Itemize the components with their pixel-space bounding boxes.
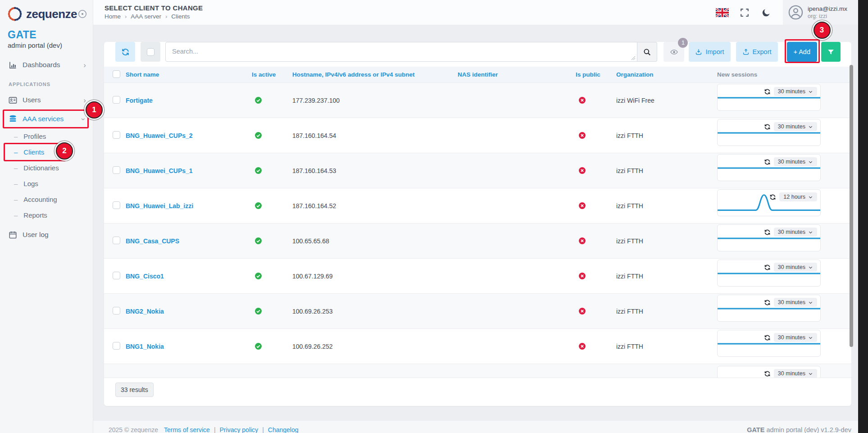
header-checkbox[interactable]	[113, 70, 120, 78]
sidebar-item-accounting[interactable]: – Accounting	[0, 191, 93, 207]
period-select[interactable]: 30 minutes	[774, 157, 817, 166]
row-checkbox[interactable]	[113, 307, 120, 314]
scrollbar-thumb[interactable]	[850, 65, 853, 347]
client-name-link[interactable]: Fortigate	[126, 97, 153, 104]
refresh-icon[interactable]	[764, 229, 771, 236]
period-select[interactable]: 30 minutes	[774, 87, 817, 96]
user-menu[interactable]: ipena@izzi.mx org: izzi	[783, 0, 858, 25]
check-circle-icon	[254, 272, 262, 280]
link-separator: |	[214, 426, 216, 433]
submenu-dash: –	[14, 148, 18, 156]
hostname: 100.69.26.252	[292, 343, 458, 350]
table-row: BNG_Casa_CUPS 100.65.65.68 izzi FTTH	[104, 223, 851, 259]
column-header-is-public[interactable]: Is public	[576, 71, 616, 78]
row-checkbox[interactable]	[113, 96, 120, 104]
period-value: 30 minutes	[778, 88, 805, 95]
period-value: 30 minutes	[778, 264, 805, 270]
column-header-short-name[interactable]: Short name	[126, 71, 252, 78]
column-header-nas-identifier[interactable]: NAS identifier	[458, 71, 576, 78]
toolbar: 1 Import Export	[115, 42, 841, 62]
sidebar-item-dashboards[interactable]: Dashboards ›	[0, 55, 93, 74]
row-checkbox[interactable]	[113, 201, 120, 209]
period-select[interactable]: 30 minutes	[774, 228, 817, 237]
check-circle-icon	[254, 96, 262, 104]
visibility-button[interactable]: 1	[663, 42, 684, 62]
organization: izzi FTTH	[616, 308, 717, 315]
sidebar-item-reports[interactable]: – Reports	[0, 207, 93, 223]
content-area: 1 Import Export	[93, 25, 858, 406]
add-label: + Add	[794, 48, 811, 55]
breadcrumb-home[interactable]: Home	[105, 13, 121, 20]
client-name-link[interactable]: BNG_Huawei_CUPs_1	[126, 167, 193, 174]
refresh-icon[interactable]	[764, 334, 771, 341]
add-button[interactable]: + Add 3	[787, 42, 818, 62]
refresh-icon[interactable]	[769, 194, 776, 201]
breadcrumb-aaa-server[interactable]: AAA server	[131, 13, 161, 20]
sidebar-item-logs[interactable]: – Logs	[0, 176, 93, 191]
row-checkbox[interactable]	[113, 272, 120, 279]
changelog-link[interactable]: Changelog	[268, 426, 299, 433]
refresh-icon[interactable]	[764, 159, 771, 165]
app-title-block: GATE admin portal (dev)	[0, 23, 93, 49]
chevron-down-icon	[808, 335, 813, 340]
dark-mode-moon-icon[interactable]	[761, 8, 771, 18]
chevron-right-icon: ›	[83, 61, 86, 69]
x-circle-icon	[578, 307, 586, 315]
refresh-icon[interactable]	[764, 88, 771, 95]
filter-button[interactable]	[821, 42, 841, 62]
x-circle-icon	[578, 272, 586, 280]
client-name-link[interactable]: BNG_Huawei_CUPs_2	[126, 132, 193, 139]
client-name-link[interactable]: BNG1_Nokia	[126, 343, 164, 350]
column-header-hostname[interactable]: Hostname, IPv4/v6 address or IPv4 subnet	[292, 71, 458, 78]
sidebar-item-label: Logs	[23, 180, 38, 187]
search-input[interactable]	[165, 42, 637, 62]
column-header-organization[interactable]: Organization	[616, 71, 717, 78]
period-select[interactable]: 30 minutes	[774, 122, 817, 131]
terms-link[interactable]: Terms of service	[164, 426, 210, 433]
row-checkbox[interactable]	[113, 237, 120, 244]
period-value: 30 minutes	[778, 370, 805, 377]
sidebar-item-profiles[interactable]: – Profiles	[0, 128, 93, 144]
sidebar-item-aaa-services[interactable]: AAA services › 1	[0, 109, 93, 128]
row-checkbox[interactable]	[113, 342, 120, 350]
client-name-link[interactable]: BNG_Cisco1	[126, 273, 164, 280]
sidebar-item-dictionaries[interactable]: – Dictionaries	[0, 160, 93, 176]
user-org: org: izzi	[808, 13, 847, 19]
refresh-button[interactable]	[115, 42, 135, 62]
refresh-icon[interactable]	[764, 299, 771, 306]
refresh-icon[interactable]	[764, 123, 771, 130]
refresh-icon[interactable]	[764, 264, 771, 271]
new-sessions-widget: 30 minutes	[717, 260, 821, 287]
fullscreen-icon[interactable]	[740, 8, 750, 18]
language-flag-icon[interactable]	[716, 8, 729, 17]
period-select[interactable]: 12 hours	[779, 192, 817, 201]
column-header-is-active[interactable]: Is active	[252, 71, 292, 78]
period-select[interactable]: 30 minutes	[774, 369, 817, 378]
refresh-icon[interactable]	[764, 370, 771, 377]
sidebar-item-user-log[interactable]: User log	[0, 225, 93, 244]
check-circle-icon	[254, 237, 262, 245]
avatar-icon	[788, 5, 804, 20]
row-checkbox[interactable]	[113, 131, 120, 139]
row-checkbox[interactable]	[113, 166, 120, 174]
sidebar-item-clients[interactable]: – Clients 2	[0, 144, 93, 160]
page-title: SELECT CLIENT TO CHANGE	[105, 4, 203, 12]
version-label: GATE admin portal (dev) v1.2.9-dev	[747, 426, 851, 433]
search-button[interactable]	[637, 42, 657, 62]
export-button[interactable]: Export	[736, 42, 778, 62]
client-name-link[interactable]: BNG2_Nokia	[126, 308, 164, 315]
period-select[interactable]: 30 minutes	[774, 333, 817, 342]
client-name-link[interactable]: BNG_Huawei_Lab_izzi	[126, 202, 193, 210]
privacy-link[interactable]: Privacy policy	[220, 426, 259, 433]
version-app-name: GATE	[747, 426, 764, 433]
sidebar-collapse-icon[interactable]	[77, 9, 87, 19]
sidebar-item-users[interactable]: Users ›	[0, 91, 93, 109]
period-select[interactable]: 30 minutes	[774, 298, 817, 307]
bar-chart-icon	[8, 60, 18, 70]
new-sessions-widget: 30 minutes	[717, 366, 821, 378]
organization: izzi FTTH	[616, 167, 717, 174]
period-select[interactable]: 30 minutes	[774, 263, 817, 272]
import-button[interactable]: Import	[689, 42, 730, 62]
select-all-checkbox[interactable]	[147, 48, 155, 56]
client-name-link[interactable]: BNG_Casa_CUPS	[126, 237, 179, 245]
